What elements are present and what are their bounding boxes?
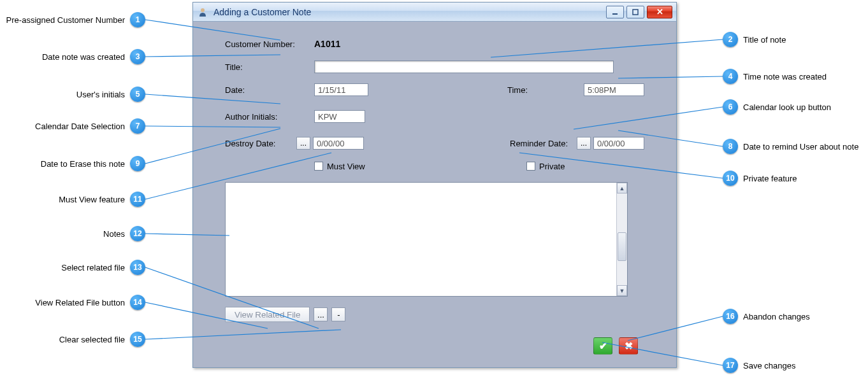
checkbox-icon: [314, 162, 323, 171]
reminder-date-picker-button[interactable]: ...: [577, 137, 591, 150]
dialog-window: Adding a Customer Note ✕ Customer Number…: [192, 2, 677, 368]
notes-textarea-container: ▲ ▼: [225, 182, 628, 297]
view-related-file-button[interactable]: View Related File: [225, 307, 310, 322]
reminder-date-input[interactable]: [593, 137, 644, 150]
date-label: Date:: [225, 85, 314, 95]
destroy-date-input[interactable]: [313, 137, 364, 150]
callout-text: Pre-assigned Customer Number: [6, 15, 125, 25]
callout-text: Title of note: [743, 35, 786, 45]
callout-text: Notes: [103, 229, 125, 239]
svg-point-17: [201, 8, 205, 12]
checkbox-icon: [526, 162, 535, 171]
scroll-down-button[interactable]: ▼: [617, 285, 627, 296]
scroll-up-button[interactable]: ▲: [617, 183, 627, 194]
destroy-date-label: Destroy Date:: [225, 139, 296, 148]
callout-2: 2Title of note: [723, 32, 786, 47]
callout-number: 17: [723, 358, 738, 373]
callout-number: 5: [130, 87, 145, 102]
author-label: Author Initials:: [225, 112, 314, 122]
callout-number: 12: [130, 226, 145, 241]
time-field: [584, 83, 644, 96]
callout-text: Private feature: [743, 174, 797, 183]
author-input[interactable]: [314, 110, 365, 123]
callout-4: 4Time note was created: [723, 69, 827, 84]
callout-1: Pre-assigned Customer Number1: [0, 12, 145, 27]
callout-11: Must View feature11: [0, 192, 145, 207]
callout-number: 7: [130, 118, 145, 134]
callout-number: 3: [130, 49, 145, 64]
callout-text: Must View feature: [59, 195, 125, 204]
maximize-button[interactable]: [626, 6, 644, 18]
callout-17: 17Save changes: [723, 358, 795, 373]
clear-file-button[interactable]: -: [331, 307, 345, 321]
scroll-thumb[interactable]: [618, 232, 626, 261]
callout-text: Time note was created: [743, 72, 827, 81]
callout-14: View Related File button14: [0, 295, 145, 310]
callout-text: Save changes: [743, 361, 795, 370]
callout-text: Date to remind User about note: [743, 142, 858, 151]
callout-number: 2: [723, 32, 738, 47]
date-field: [314, 83, 368, 96]
callout-text: User's initials: [76, 90, 125, 99]
callout-6: 6Calendar look up button: [723, 99, 831, 115]
callout-9: Date to Erase this note9: [0, 156, 145, 171]
callout-15: Clear selected file15: [0, 332, 145, 347]
callout-text: Calendar Date Selection: [35, 122, 125, 131]
callout-number: 4: [723, 69, 738, 84]
svg-rect-19: [633, 10, 638, 15]
callout-text: Clear selected file: [59, 335, 125, 344]
callout-number: 13: [130, 260, 145, 275]
scrollbar[interactable]: ▲ ▼: [616, 183, 627, 296]
form-content: Customer Number: A1011 Title: Date: Time…: [193, 22, 676, 367]
callout-text: Date to Erase this note: [41, 159, 125, 169]
notes-textarea[interactable]: [226, 183, 616, 296]
callout-number: 15: [130, 332, 145, 347]
window-title: Adding a Customer Note: [213, 7, 604, 17]
callout-number: 9: [130, 156, 145, 171]
callout-text: Select related file: [61, 263, 125, 272]
customer-number-label: Customer Number:: [225, 39, 314, 49]
abandon-button[interactable]: [619, 337, 638, 355]
callout-number: 14: [130, 295, 145, 310]
callout-8: 8Date to remind User about note: [723, 139, 858, 154]
callout-text: Date note was created: [42, 52, 125, 62]
must-view-label: Must View: [327, 162, 365, 171]
callout-number: 16: [723, 309, 738, 324]
callout-7: Calendar Date Selection7: [0, 118, 145, 134]
title-label: Title:: [225, 62, 314, 72]
time-label: Time:: [507, 85, 584, 95]
private-checkbox[interactable]: Private: [526, 162, 644, 171]
callout-number: 1: [130, 12, 145, 27]
callout-number: 11: [130, 192, 145, 207]
must-view-checkbox[interactable]: Must View: [314, 162, 365, 171]
destroy-date-picker-button[interactable]: ...: [296, 137, 310, 150]
callout-3: Date note was created3: [0, 49, 145, 64]
scroll-track[interactable]: [617, 194, 627, 285]
callout-text: View Related File button: [35, 298, 125, 307]
callout-number: 6: [723, 99, 738, 115]
save-button[interactable]: [593, 337, 612, 355]
minimize-button[interactable]: [606, 6, 624, 18]
customer-number-value: A1011: [314, 39, 340, 49]
callout-text: Abandon changes: [743, 312, 810, 321]
callout-16: 16Abandon changes: [723, 309, 810, 324]
close-button[interactable]: ✕: [647, 6, 672, 18]
callout-13: Select related file13: [0, 260, 145, 275]
private-label: Private: [539, 162, 565, 171]
reminder-date-label: Reminder Date:: [510, 139, 577, 148]
callout-12: Notes12: [0, 226, 145, 241]
callout-number: 8: [723, 139, 738, 154]
app-icon: [197, 6, 208, 18]
callout-10: 10Private feature: [723, 171, 797, 186]
callout-number: 10: [723, 171, 738, 186]
callout-text: Calendar look up button: [743, 102, 831, 112]
select-file-button[interactable]: ...: [314, 307, 328, 321]
title-input[interactable]: [314, 60, 614, 73]
callout-5: User's initials5: [0, 87, 145, 102]
titlebar: Adding a Customer Note ✕: [193, 3, 676, 22]
